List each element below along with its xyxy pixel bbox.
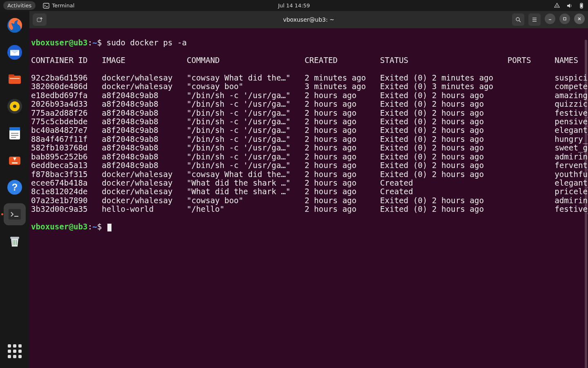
dock-help[interactable]: ? <box>4 176 26 198</box>
cell-created: 2 hours ago <box>305 100 380 108</box>
close-icon <box>577 16 582 21</box>
cell-command: "/bin/sh -c '/usr/ga…" <box>187 153 305 161</box>
table-row: bc40a84827e7a8f2048c9ab8"/bin/sh -c '/us… <box>31 126 586 135</box>
cell-id: 582fb103768d <box>31 144 102 152</box>
table-row: 92c2ba6d1596docker/whalesay"cowsay What … <box>31 74 586 82</box>
cell-names: fervent_heyrovsky <box>555 161 588 170</box>
svg-point-11 <box>13 105 16 108</box>
dock-files[interactable] <box>4 68 26 90</box>
terminal-body[interactable]: vboxuser@ub3:~$ sudo docker ps -a CONTAI… <box>29 28 588 368</box>
window-minimize-button[interactable] <box>545 13 555 24</box>
terminal-scrollbar[interactable] <box>585 40 587 368</box>
table-row: 8c1e812024dedocker/whalesay"What did the… <box>31 187 586 196</box>
cell-image: a8f2048c9ab8 <box>102 161 187 170</box>
show-applications-button[interactable] <box>4 340 26 362</box>
cell-status: Exited (0) 2 hours ago <box>380 117 508 126</box>
clock[interactable]: Jul 14 14:59 <box>278 2 310 9</box>
cell-id: 8c1e812024de <box>31 187 102 196</box>
terminal-icon <box>43 2 49 9</box>
cell-names: admiring_yonath <box>555 196 588 205</box>
cell-image: a8f2048c9ab8 <box>102 100 187 108</box>
cell-names: elegant_cartwright <box>555 179 588 187</box>
cell-id: bc40a84827e7 <box>31 126 102 135</box>
dock-firefox[interactable] <box>4 14 26 36</box>
cell-command: "/hello" <box>187 205 305 213</box>
cell-image: a8f2048c9ab8 <box>102 109 187 117</box>
cell-command: "What did the shark …" <box>187 187 305 196</box>
new-tab-button[interactable] <box>33 13 47 26</box>
cell-image: docker/whalesay <box>102 74 187 82</box>
dock-writer[interactable] <box>4 122 26 144</box>
cell-created: 2 hours ago <box>305 161 380 170</box>
cell-names: priceless_kapitsa <box>555 187 588 196</box>
dock-terminal[interactable] <box>4 203 26 225</box>
cell-names: admiring_jennings <box>555 153 588 161</box>
cell-created: 2 hours ago <box>305 135 380 144</box>
cell-names: festive_yonath <box>555 205 588 213</box>
cell-created: 2 hours ago <box>305 144 380 152</box>
dock-trash[interactable] <box>4 230 26 252</box>
cell-image: docker/whalesay <box>102 170 187 179</box>
dock-thunderbird[interactable] <box>4 41 26 63</box>
cell-command: "/bin/sh -c '/usr/ga…" <box>187 117 305 126</box>
cell-status: Created <box>380 179 508 187</box>
activities-button[interactable]: Activities <box>3 1 36 10</box>
window-maximize-button[interactable] <box>559 13 570 24</box>
cell-status: Exited (0) 2 hours ago <box>380 109 508 117</box>
cell-id: 6eddbeca5a13 <box>31 161 102 170</box>
prompt-line-2: vboxuser@ub3:~$ <box>31 222 586 231</box>
window-close-button[interactable] <box>574 13 585 24</box>
svg-rect-7 <box>9 74 14 77</box>
search-button[interactable] <box>512 13 524 26</box>
volume-icon <box>566 2 572 9</box>
cell-names: amazing_chatterjee <box>555 91 588 100</box>
table-row: 775aa2d88f26a8f2048c9ab8"/bin/sh -c '/us… <box>31 109 586 117</box>
system-tray[interactable] <box>554 2 585 9</box>
cell-id: 775aa2d88f26 <box>31 109 102 117</box>
cell-names: elegant_bouman <box>555 126 588 135</box>
cell-status: Exited (0) 2 minutes ago <box>380 74 508 82</box>
dock: ? <box>0 11 29 368</box>
cell-command: "cowsay What did the…" <box>187 170 305 179</box>
cell-command: "/bin/sh -c '/usr/ga…" <box>187 100 305 108</box>
terminal-window: vboxuser@ub3: ~ vboxuser@ub3:~$ sudo doc… <box>29 11 588 368</box>
cell-image: docker/whalesay <box>102 196 187 205</box>
cell-image: docker/whalesay <box>102 82 187 91</box>
svg-rect-13 <box>9 127 20 130</box>
power-icon <box>578 2 585 9</box>
cell-status: Exited (0) 2 hours ago <box>380 144 508 152</box>
cell-command: "/bin/sh -c '/usr/ga…" <box>187 126 305 135</box>
cell-status: Exited (0) 2 hours ago <box>380 170 508 179</box>
app-indicator-label: Terminal <box>52 2 74 9</box>
cell-status: Exited (0) 2 hours ago <box>380 196 508 205</box>
dock-rhythmbox[interactable] <box>4 95 26 117</box>
table-row: bab895c252b6a8f2048c9ab8"/bin/sh -c '/us… <box>31 153 586 161</box>
cell-id: 382060de486d <box>31 82 102 91</box>
cell-created: 2 hours ago <box>305 109 380 117</box>
cell-image: docker/whalesay <box>102 179 187 187</box>
svg-point-1 <box>557 5 557 6</box>
table-row: 88a4f467f11fa8f2048c9ab8"/bin/sh -c '/us… <box>31 135 586 144</box>
table-row: f878bac3f315docker/whalesay"cowsay What … <box>31 170 586 179</box>
cursor <box>107 224 111 231</box>
dock-software[interactable] <box>4 149 26 171</box>
cell-image: a8f2048c9ab8 <box>102 117 187 126</box>
hamburger-menu-button[interactable] <box>528 13 541 26</box>
cell-names: quizzical_lumiere <box>555 100 588 108</box>
cell-command: "/bin/sh -c '/usr/ga…" <box>187 91 305 100</box>
app-indicator[interactable]: Terminal <box>43 2 74 9</box>
svg-point-24 <box>516 18 519 21</box>
command-text: sudo docker ps -a <box>107 38 187 47</box>
cell-status: Exited (0) 2 hours ago <box>380 205 508 213</box>
cell-status: Exited (0) 2 hours ago <box>380 135 508 144</box>
cell-id: bab895c252b6 <box>31 153 102 161</box>
table-row: e18edbd697faa8f2048c9ab8"/bin/sh -c '/us… <box>31 91 586 100</box>
gnome-topbar: Activities Terminal Jul 14 14:59 <box>0 0 588 11</box>
cell-image: a8f2048c9ab8 <box>102 126 187 135</box>
cell-names: sweet_gould <box>555 144 588 152</box>
cell-created: 2 hours ago <box>305 153 380 161</box>
cell-created: 2 hours ago <box>305 179 380 187</box>
cell-created: 2 hours ago <box>305 196 380 205</box>
cell-command: "What did the shark …" <box>187 179 305 187</box>
cell-command: "cowsay boo" <box>187 196 305 205</box>
